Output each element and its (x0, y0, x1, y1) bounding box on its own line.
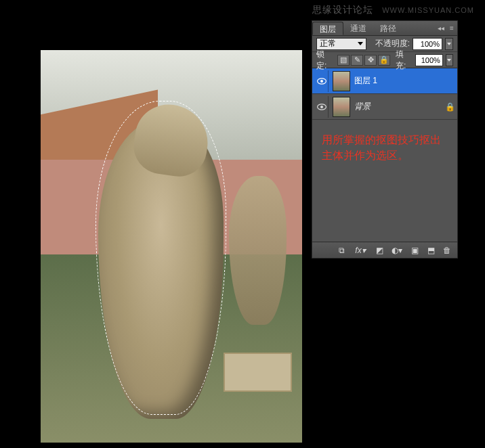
panel-tab-bar: 图层 通道 路径 ◂◂ ≡ (312, 21, 457, 36)
layer-style-icon[interactable]: fx▾ (350, 244, 371, 256)
eye-icon (317, 104, 326, 110)
lock-transparent-pixels-icon[interactable]: ▧ (337, 55, 350, 66)
tab-paths[interactable]: 路径 (373, 22, 403, 35)
lock-label: 锁定: (316, 49, 333, 72)
opacity-value: 100% (421, 40, 440, 48)
panel-body: 用所掌握的抠图技巧抠出 主体并作为选区。 (312, 120, 457, 242)
link-layers-icon[interactable]: ⧉ (334, 244, 349, 256)
fill-stepper[interactable] (446, 54, 453, 66)
layers-panel: 图层 通道 路径 ◂◂ ≡ 正常 不透明度: 100% 锁定: ▧ ✎ ✥ 🔒 … (312, 20, 458, 259)
layers-list: 图层 1 背景 🔒 (312, 68, 457, 120)
fill-label: 填充: (396, 49, 413, 72)
lock-position-icon[interactable]: ✥ (364, 55, 377, 66)
lock-all-icon[interactable]: 🔒 (378, 55, 390, 66)
fill-input[interactable]: 100% (415, 54, 443, 66)
panel-footer: ⧉ fx▾ ◩ ◐▾ ▣ ⬒ 🗑 (312, 242, 457, 258)
watermark-cn: 思缘设计论坛 (312, 4, 373, 15)
watermark: 思缘设计论坛 WWW.MISSYUAN.COM (312, 4, 474, 16)
instruction-text: 用所掌握的抠图技巧抠出 主体并作为选区。 (322, 132, 448, 163)
opacity-label: 不透明度: (375, 38, 410, 49)
svg-point-3 (320, 105, 322, 108)
instruction-line: 用所掌握的抠图技巧抠出 (322, 132, 448, 148)
visibility-toggle[interactable] (315, 96, 329, 118)
opacity-stepper[interactable] (445, 38, 453, 50)
adjustment-layer-icon[interactable]: ◐▾ (388, 244, 406, 256)
svg-point-1 (320, 79, 322, 82)
layer-row[interactable]: 图层 1 (312, 68, 457, 94)
visibility-toggle[interactable] (315, 70, 329, 92)
statue-secondary (229, 176, 287, 325)
statue-pedestal (224, 353, 291, 392)
layer-name-label[interactable]: 图层 1 (354, 75, 455, 87)
delete-layer-icon[interactable]: 🗑 (440, 244, 455, 256)
tab-channels[interactable]: 通道 (343, 22, 373, 35)
lock-icon: 🔒 (445, 102, 455, 112)
panel-menu-icon[interactable]: ≡ (446, 23, 457, 34)
lock-image-pixels-icon[interactable]: ✎ (351, 55, 363, 66)
blend-mode-value: 正常 (320, 38, 336, 49)
lock-fill-row: 锁定: ▧ ✎ ✥ 🔒 填充: 100% (312, 52, 457, 68)
opacity-input[interactable]: 100% (413, 38, 442, 50)
canvas-area[interactable] (41, 50, 302, 443)
layer-row[interactable]: 背景 🔒 (312, 94, 457, 120)
group-icon[interactable]: ▣ (407, 244, 422, 256)
fill-value: 100% (421, 56, 440, 64)
eye-icon (317, 78, 326, 85)
layer-thumbnail[interactable] (333, 71, 350, 91)
layer-name-label[interactable]: 背景 (354, 101, 441, 112)
layer-mask-icon[interactable]: ◩ (372, 244, 387, 256)
chevron-down-icon (358, 42, 363, 45)
blend-opacity-row: 正常 不透明度: 100% (312, 36, 457, 52)
tab-layers[interactable]: 图层 (312, 22, 343, 35)
new-layer-icon[interactable]: ⬒ (423, 244, 438, 256)
watermark-url: WWW.MISSYUAN.COM (382, 6, 474, 14)
layer-thumbnail[interactable] (333, 97, 350, 117)
instruction-line: 主体并作为选区。 (322, 148, 448, 163)
panel-collapse-icon[interactable]: ◂◂ (436, 23, 446, 34)
